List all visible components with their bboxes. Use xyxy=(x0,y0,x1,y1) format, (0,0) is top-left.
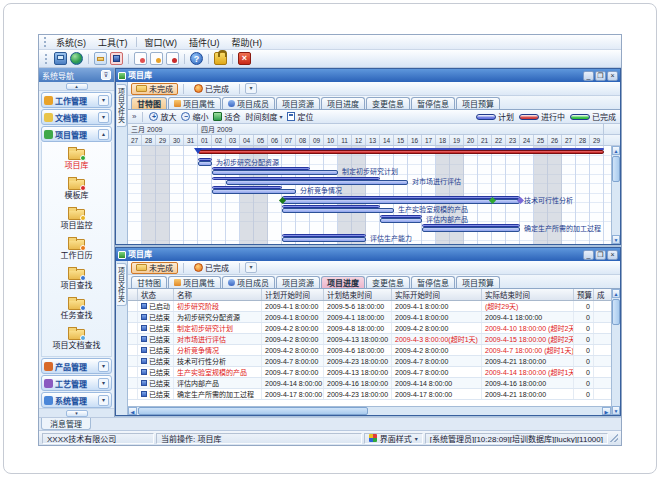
summary-inprogress-bar[interactable] xyxy=(198,150,604,154)
minimize-icon[interactable]: _ xyxy=(583,71,594,81)
actual-bar[interactable] xyxy=(422,227,520,232)
scroll-track[interactable] xyxy=(369,407,602,415)
maximize-icon[interactable]: ❐ xyxy=(595,250,606,260)
lock-icon[interactable] xyxy=(214,52,227,65)
actual-bar[interactable] xyxy=(282,199,520,204)
actual-bar[interactable] xyxy=(226,180,408,185)
sidebar-item-项目文档查找[interactable]: 项目文档查找 xyxy=(42,324,111,354)
tool-适合[interactable]: 适合 xyxy=(213,111,240,122)
chevron-down-icon[interactable]: ▾ xyxy=(98,395,109,406)
folder-sidetab[interactable]: 项目文件夹 xyxy=(117,84,127,127)
tab-message-management[interactable]: 消息管理 xyxy=(41,418,91,430)
tab-暂停信息[interactable]: 暂停信息 xyxy=(411,97,455,109)
column-header-预算[interactable]: 预算 xyxy=(574,289,594,300)
tab-项目资源[interactable]: 项目资源 xyxy=(276,97,320,109)
tab-甘特图[interactable]: 甘特图 xyxy=(131,97,167,109)
sidebar-group-b0[interactable]: 产品管理▾ xyxy=(41,358,112,374)
actual-bar[interactable] xyxy=(212,170,338,175)
report-edit-icon[interactable] xyxy=(150,52,163,65)
close-icon[interactable]: × xyxy=(607,71,618,81)
globe-icon[interactable] xyxy=(70,52,83,65)
tab-项目属性[interactable]: 项目属性 xyxy=(168,97,221,109)
table-row[interactable]: 已结束技术可行性分析2009-4-7 8:00:002009-4-23 18:0… xyxy=(128,356,611,367)
more-down-button[interactable]: ▾ xyxy=(66,410,88,417)
sidebar-group-b2[interactable]: 系统管理▾ xyxy=(41,392,112,408)
actual-bar[interactable] xyxy=(198,161,212,166)
scroll-right-icon[interactable]: ▶ xyxy=(602,407,611,415)
filters-overflow-button[interactable]: ▾ xyxy=(245,262,257,273)
report-del-icon[interactable] xyxy=(166,52,179,65)
tab-项目资源[interactable]: 项目资源 xyxy=(276,276,320,288)
collapse-up-button[interactable]: ▴ xyxy=(66,83,88,90)
minimize-icon[interactable]: _ xyxy=(583,250,594,260)
table-row[interactable]: 已结束为初步研究分配资源2009-4-1 8:00:002009-4-1 18:… xyxy=(128,312,611,323)
tab-项目预算[interactable]: 项目预算 xyxy=(456,97,500,109)
sidebar-item-项目监控[interactable]: 项目监控 xyxy=(42,204,111,234)
table-window-titlebar[interactable]: 项目库 _❐× xyxy=(116,248,620,261)
toolbar-grip-icon[interactable] xyxy=(45,54,48,64)
tab-暂停信息[interactable]: 暂停信息 xyxy=(411,276,455,288)
filter-未完成[interactable]: 未完成 xyxy=(131,262,178,274)
open-folder-icon[interactable] xyxy=(94,52,107,65)
tab-项目预算[interactable]: 项目预算 xyxy=(456,276,500,288)
tool-缩小[interactable]: −缩小 xyxy=(181,111,208,122)
scroll-thumb[interactable] xyxy=(612,156,620,182)
save-icon[interactable] xyxy=(110,52,123,65)
tab-项目进度[interactable]: 项目进度 xyxy=(321,276,365,288)
table-row[interactable]: 已结束评估内部产品2009-4-14 8:00:002009-4-16 18:0… xyxy=(128,378,611,389)
chevron-down-icon[interactable]: ▾ xyxy=(98,112,109,123)
column-header-状态[interactable]: 状态 xyxy=(138,289,174,300)
actual-bar[interactable] xyxy=(282,208,394,213)
sidebar-item-项目查找[interactable]: 项目查找 xyxy=(42,264,111,294)
tab-变更信息[interactable]: 变更信息 xyxy=(366,97,410,109)
column-header-计划结束时间[interactable]: 计划结束时间 xyxy=(324,289,392,300)
table-row[interactable]: 已结束制定初步研究计划2009-4-2 8:00:002009-4-8 18:0… xyxy=(128,323,611,334)
help-icon[interactable] xyxy=(190,52,203,65)
tab-变更信息[interactable]: 变更信息 xyxy=(366,276,410,288)
table-horizontal-scrollbar[interactable]: ◀ ▶ xyxy=(128,406,611,415)
filter-已完成[interactable]: 已完成 xyxy=(189,83,234,95)
tab-项目成员[interactable]: 项目成员 xyxy=(222,97,275,109)
tab-项目属性[interactable]: 项目属性 xyxy=(168,276,221,288)
sidebar-group-t2[interactable]: 项目管理▴ xyxy=(41,126,112,142)
statusbar-style-selector[interactable]: 界面样式 ▾ xyxy=(364,433,423,444)
tools-overflow-chevron-icon[interactable]: » xyxy=(132,112,136,121)
sidebar-group-t0[interactable]: 工作管理▾ xyxy=(41,92,112,108)
report-add-icon[interactable] xyxy=(134,52,147,65)
scroll-left-icon[interactable]: ◀ xyxy=(128,407,137,415)
scroll-thumb[interactable] xyxy=(612,299,620,325)
table-row[interactable]: 已结束生产实验室规模的产品2009-4-7 8:00:002009-4-13 1… xyxy=(128,367,611,378)
sidebar-group-t1[interactable]: 文档管理▾ xyxy=(41,109,112,125)
scroll-track[interactable] xyxy=(612,298,620,406)
sidebar-item-模板库[interactable]: 模板库 xyxy=(42,174,111,204)
scroll-down-icon[interactable]: ▼ xyxy=(612,235,620,244)
pin-icon[interactable]: ⊽ xyxy=(101,70,111,80)
scroll-thumb[interactable] xyxy=(138,407,368,415)
monitor-icon[interactable] xyxy=(54,52,67,65)
chevron-up-icon[interactable]: ▴ xyxy=(98,129,109,140)
tab-项目成员[interactable]: 项目成员 xyxy=(222,276,275,288)
menu-item-5[interactable]: 帮助(H) xyxy=(226,36,269,49)
tab-项目进度[interactable]: 项目进度 xyxy=(321,97,365,109)
gantt-window-titlebar[interactable]: 项目库 _❐× xyxy=(116,69,620,82)
actual-bar[interactable] xyxy=(380,218,422,223)
actual-bar[interactable] xyxy=(282,237,366,242)
filter-未完成[interactable]: 未完成 xyxy=(131,83,178,95)
column-header-实际结束时间[interactable]: 实际结束时间 xyxy=(482,289,574,300)
menu-item-2[interactable]: 工具(T) xyxy=(92,36,134,49)
scroll-up-icon[interactable]: ▲ xyxy=(612,289,620,298)
chevron-down-icon[interactable]: ▾ xyxy=(98,95,109,106)
menu-item-1[interactable]: 系统(S) xyxy=(50,36,92,49)
column-header-实际开始时间[interactable]: 实际开始时间 xyxy=(392,289,482,300)
scroll-track[interactable] xyxy=(612,155,620,235)
table-vertical-scrollbar[interactable]: ▲ ▼ xyxy=(611,289,620,415)
column-header-计划开始时间[interactable]: 计划开始时间 xyxy=(262,289,324,300)
scroll-down-icon[interactable]: ▼ xyxy=(612,406,620,415)
tool-定位[interactable]: 定位 xyxy=(287,111,313,122)
sidebar-item-任务查找[interactable]: 任务查找 xyxy=(42,294,111,324)
table-row[interactable]: 已启动初步研究阶段2009-4-1 8:00:002009-5-6 18:00:… xyxy=(128,301,611,312)
menu-item-4[interactable]: 插件(U) xyxy=(183,36,226,49)
resize-grip-icon[interactable] xyxy=(610,434,618,442)
filter-已完成[interactable]: 已完成 xyxy=(189,262,234,274)
menu-item-3[interactable]: 窗口(W) xyxy=(139,36,184,49)
